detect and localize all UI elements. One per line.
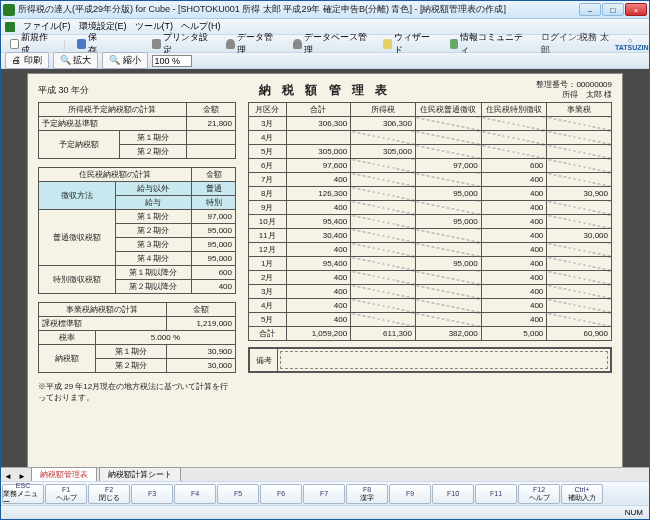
- database-icon: [293, 39, 302, 49]
- new-icon: [10, 39, 19, 49]
- fkey-F12[interactable]: F12ヘルプ: [518, 484, 560, 504]
- status-num: NUM: [625, 508, 643, 517]
- table-sum-row: 合計1,059,200611,300382,0005,00060,900: [249, 327, 612, 341]
- fkey-F8[interactable]: F8漢字: [346, 484, 388, 504]
- income-tax-table: 所得税予定納税額の計算金額 予定納税基準額21,800 予定納税額第１期分 第２…: [38, 102, 236, 159]
- function-keys: ESC業務メニューF1ヘルプF2閉じるF3F4F5F6F7F8漢字F9F10F1…: [1, 481, 649, 505]
- table-row: 5月400400: [249, 313, 612, 327]
- maximize-button[interactable]: □: [602, 3, 624, 16]
- fkey-F2[interactable]: F2閉じる: [88, 484, 130, 504]
- table-row: 6月97,60097,000600: [249, 159, 612, 173]
- table-row: 10月95,40095,000400: [249, 215, 612, 229]
- app-icon: [3, 4, 15, 16]
- footnote: ※平成 29 年12月現在の地方税法に基づいて計算を行っております。: [38, 381, 236, 403]
- window-title: 所得税の達人(平成29年分版) for Cube - [SHOTOKU001 所…: [18, 3, 579, 16]
- wizard-icon: [383, 39, 392, 49]
- print-button[interactable]: 🖨 印刷: [5, 52, 49, 69]
- printer-icon: [152, 39, 161, 49]
- table-row: 11月30,40040030,000: [249, 229, 612, 243]
- table-row: 4月: [249, 131, 612, 145]
- minimize-button[interactable]: –: [579, 3, 601, 16]
- fiscal-year: 平成 30 年分: [38, 84, 89, 97]
- table-row: 3月400400: [249, 285, 612, 299]
- remark-label: 備考: [250, 349, 278, 371]
- table-row: 12月400400: [249, 243, 612, 257]
- subtoolbar: 🖨 印刷 🔍 拡大 🔍 縮小: [1, 53, 649, 69]
- table-row: 9月400400: [249, 201, 612, 215]
- resident-tax-table: 住民税納税額の計算金額 徴収方法給与以外普通 給与特別 普通徴収税額第１期分97…: [38, 167, 236, 294]
- tab-prev[interactable]: ◄: [1, 472, 15, 481]
- fkey-F4[interactable]: F4: [174, 484, 216, 504]
- fkey-F3[interactable]: F3: [131, 484, 173, 504]
- table-row: 3月306,300306,300: [249, 117, 612, 131]
- tabbar: ◄ ► 納税額管理表 納税額計算シート: [1, 467, 649, 481]
- fkey-F5[interactable]: F5: [217, 484, 259, 504]
- table-row: 5月305,000305,000: [249, 145, 612, 159]
- main-table: 月区分 合計 所得税 住民税普通徴収 住民税特別徴収 事業税 3月306,300…: [248, 102, 612, 341]
- table-row: 8月126,30095,00040030,900: [249, 187, 612, 201]
- logo: ○TATSUZIN: [615, 37, 645, 51]
- zoom-in-button[interactable]: 🔍 拡大: [53, 52, 99, 69]
- table-row: 2月400400: [249, 271, 612, 285]
- zoom-out-button[interactable]: 🔍 縮小: [102, 52, 148, 69]
- document: 平成 30 年分 納 税 額 管 理 表 整理番号：00000009 所得 太郎…: [27, 73, 623, 467]
- community-icon: [450, 39, 459, 49]
- fkey-F1[interactable]: F1ヘルプ: [45, 484, 87, 504]
- titlebar: 所得税の達人(平成29年分版) for Cube - [SHOTOKU001 所…: [1, 1, 649, 19]
- table-row: 7月400400: [249, 173, 612, 187]
- remark-field[interactable]: [280, 351, 608, 369]
- toolbar: 新規作成 | 保存 プリンタ設定 データ管理 データベース管理 ウィザード 情報…: [1, 35, 649, 53]
- fkey-F9[interactable]: F9: [389, 484, 431, 504]
- data-icon: [226, 39, 235, 49]
- table-row: 1月95,40095,000400: [249, 257, 612, 271]
- tab-management[interactable]: 納税額管理表: [31, 467, 97, 481]
- fkey-F11[interactable]: F11: [475, 484, 517, 504]
- business-tax-table: 事業税納税額の計算金額 課税標準額1,219,000 税率5.000 % 納税額…: [38, 302, 236, 373]
- fkey-ESC[interactable]: ESC業務メニュー: [2, 484, 44, 504]
- tab-next[interactable]: ►: [15, 472, 29, 481]
- fkey-F7[interactable]: F7: [303, 484, 345, 504]
- table-row: 4月400400: [249, 299, 612, 313]
- remark-box: 備考: [248, 347, 612, 373]
- zoom-input[interactable]: [152, 55, 192, 67]
- fkey-Ctrl+[interactable]: Ctrl+補助入力: [561, 484, 603, 504]
- workarea: 平成 30 年分 納 税 額 管 理 表 整理番号：00000009 所得 太郎…: [1, 69, 649, 467]
- page-title: 納 税 額 管 理 表: [259, 82, 392, 99]
- fkey-F6[interactable]: F6: [260, 484, 302, 504]
- fkey-F10[interactable]: F10: [432, 484, 474, 504]
- close-button[interactable]: ×: [625, 3, 647, 16]
- statusbar: NUM: [1, 505, 649, 519]
- id-block: 整理番号：00000009 所得 太郎 様: [536, 80, 612, 100]
- save-icon: [77, 39, 86, 49]
- tab-calc-sheet[interactable]: 納税額計算シート: [99, 467, 181, 481]
